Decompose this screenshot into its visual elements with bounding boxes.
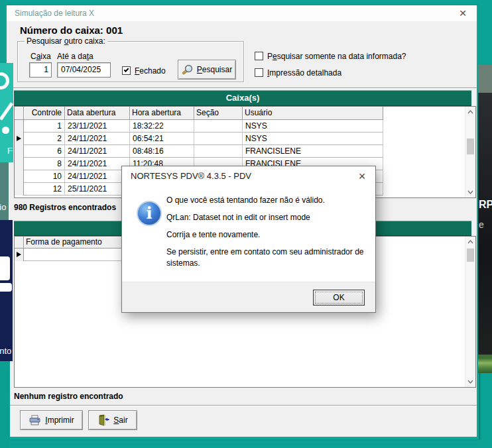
indicator-header-cell bbox=[15, 237, 24, 249]
printer-icon bbox=[29, 415, 41, 425]
ok-button-label: OK bbox=[315, 292, 363, 304]
window-title: Simulação de leitura X bbox=[15, 9, 94, 18]
background-right-photo: RP e bbox=[478, 93, 492, 355]
background-right-gray bbox=[478, 65, 492, 93]
background-right-top bbox=[478, 0, 492, 65]
background-left-gray-panel: rio bbox=[0, 162, 9, 220]
column-header[interactable]: Forma de pagamento bbox=[24, 237, 127, 249]
table-cell[interactable]: 18:32:22 bbox=[130, 120, 194, 133]
dialog-message-line: Corrija e tente novamente. bbox=[166, 230, 371, 240]
background-left-navy-panel: ento bbox=[0, 220, 13, 361]
fechado-label[interactable]: Fechado bbox=[135, 66, 166, 76]
only-date-checkbox[interactable] bbox=[255, 52, 263, 60]
table-row[interactable]: 123/11/202118:32:22NSYS bbox=[15, 120, 475, 133]
column-header[interactable]: Usuário bbox=[243, 107, 383, 120]
dialog-close-icon[interactable]: × bbox=[354, 168, 370, 184]
dialog-title: NORTESYS PDV® 4.3.5 - PDV bbox=[131, 171, 251, 181]
search-groupbox-label: Pesquisar outro caixa: bbox=[25, 36, 107, 46]
pesquisar-button[interactable]: Pesquisar bbox=[178, 60, 236, 80]
table-cell[interactable]: 23/11/2021 bbox=[65, 120, 130, 133]
page-title: Número do caixa: 001 bbox=[20, 25, 123, 36]
dialog-message: O que você está tentando fazer não é vál… bbox=[166, 196, 371, 276]
table-cell[interactable]: 24/11/2021 bbox=[65, 145, 130, 158]
table-cell[interactable]: 10 bbox=[24, 170, 65, 183]
imprimir-button[interactable]: Imprimir bbox=[20, 410, 83, 430]
background-left-top bbox=[0, 0, 5, 63]
exit-door-icon bbox=[97, 414, 109, 426]
column-header[interactable]: Seção bbox=[194, 107, 243, 120]
table-cell[interactable]: 2 bbox=[24, 133, 65, 145]
background-text: RP bbox=[479, 199, 492, 211]
detailed-print-label[interactable]: Impressão detalhada bbox=[267, 68, 341, 78]
imprimir-button-label: Imprimir bbox=[45, 416, 74, 425]
table-cell[interactable] bbox=[24, 249, 127, 261]
sair-button[interactable]: Sair bbox=[88, 410, 137, 430]
caixa-input[interactable]: 1 bbox=[29, 62, 52, 78]
dialog-message-line: O que você está tentando fazer não é vál… bbox=[166, 196, 371, 205]
table-cell[interactable]: NSYS bbox=[243, 120, 383, 133]
magnifier-icon bbox=[182, 64, 193, 76]
check-icon bbox=[124, 67, 129, 72]
caixas-count-label: 980 Registros encontrados bbox=[14, 203, 116, 212]
window-title-bar: Simulação de leitura X × bbox=[7, 5, 477, 21]
table-cell[interactable]: FRANCISLENE bbox=[243, 145, 383, 158]
background-text: rio bbox=[0, 202, 6, 212]
table-cell[interactable]: 24/11/2021 bbox=[65, 133, 130, 145]
table-cell[interactable]: 12 bbox=[24, 183, 65, 196]
caixas-section-header: Caixa(s) bbox=[14, 90, 471, 106]
column-header[interactable]: Controle bbox=[24, 107, 65, 120]
detailed-print-checkbox[interactable] bbox=[255, 68, 263, 77]
caixas-scrollbar[interactable] bbox=[465, 107, 475, 197]
scrollbar-thumb[interactable] bbox=[467, 139, 474, 154]
table-cell[interactable]: 06:54:21 bbox=[130, 133, 194, 145]
date-input[interactable]: 07/04/2025 bbox=[57, 62, 111, 78]
ok-button[interactable]: OK bbox=[313, 290, 365, 306]
fechado-checkbox[interactable] bbox=[122, 66, 131, 75]
caixas-grid-header: Controle Data abertura Hora abertura Seç… bbox=[15, 107, 475, 120]
scroll-up-icon[interactable] bbox=[465, 107, 475, 117]
dialog-message-line: Se persistir, entre em contato com seu a… bbox=[166, 247, 371, 257]
payments-scrollbar[interactable] bbox=[465, 237, 475, 387]
table-row[interactable]: 224/11/202106:54:21NSYS bbox=[15, 133, 475, 145]
active-row-arrow-icon bbox=[17, 136, 21, 141]
row-indicator bbox=[15, 183, 24, 196]
table-cell[interactable]: 25/11/2021 bbox=[65, 183, 130, 196]
dialog-footer: OK bbox=[122, 282, 375, 312]
only-date-label[interactable]: Pesquisar somente na data informada? bbox=[267, 52, 406, 61]
table-cell[interactable] bbox=[194, 120, 243, 133]
background-left-bottom bbox=[0, 361, 10, 448]
footer-divider bbox=[7, 405, 477, 406]
scroll-down-icon[interactable] bbox=[465, 187, 475, 197]
column-header[interactable]: Hora abertura bbox=[130, 107, 194, 120]
table-cell[interactable]: 8 bbox=[24, 158, 65, 170]
table-cell[interactable]: 08:48:16 bbox=[130, 145, 194, 158]
table-cell[interactable]: 1 bbox=[24, 120, 65, 133]
message-dialog: NORTESYS PDV® 4.3.5 - PDV × i O que você… bbox=[121, 166, 376, 313]
row-indicator bbox=[15, 120, 24, 133]
row-indicator bbox=[15, 170, 24, 183]
column-header[interactable]: Data abertura bbox=[65, 107, 130, 120]
table-cell[interactable] bbox=[194, 145, 243, 158]
background-right-green-stripes bbox=[478, 355, 492, 373]
section-divider bbox=[7, 87, 477, 89]
table-cell[interactable] bbox=[194, 133, 243, 145]
scrollbar-thumb[interactable] bbox=[467, 249, 474, 262]
dialog-message-line: QrLan: Dataset not in edit or insert mod… bbox=[166, 213, 371, 223]
sair-button-label: Sair bbox=[113, 416, 127, 425]
table-cell[interactable]: 24/11/2021 bbox=[65, 158, 130, 170]
scroll-down-icon[interactable] bbox=[465, 376, 475, 387]
row-indicator bbox=[15, 249, 24, 261]
row-indicator bbox=[15, 133, 24, 145]
pesquisar-button-label: Pesquisar bbox=[197, 65, 232, 74]
scroll-up-icon[interactable] bbox=[465, 237, 475, 247]
background-text: e bbox=[479, 219, 484, 230]
table-cell[interactable]: 24/11/2021 bbox=[65, 170, 130, 183]
table-row[interactable]: 624/11/202108:48:16FRANCISLENE bbox=[15, 145, 475, 158]
table-cell[interactable]: 6 bbox=[24, 145, 65, 158]
date-label: Até a data bbox=[57, 52, 93, 61]
table-cell[interactable]: NSYS bbox=[243, 133, 383, 145]
caixa-label: Caixa bbox=[31, 52, 51, 61]
cart-icon bbox=[0, 72, 9, 89]
background-left-cart-panel: F bbox=[0, 63, 13, 162]
close-icon[interactable]: × bbox=[456, 6, 470, 21]
